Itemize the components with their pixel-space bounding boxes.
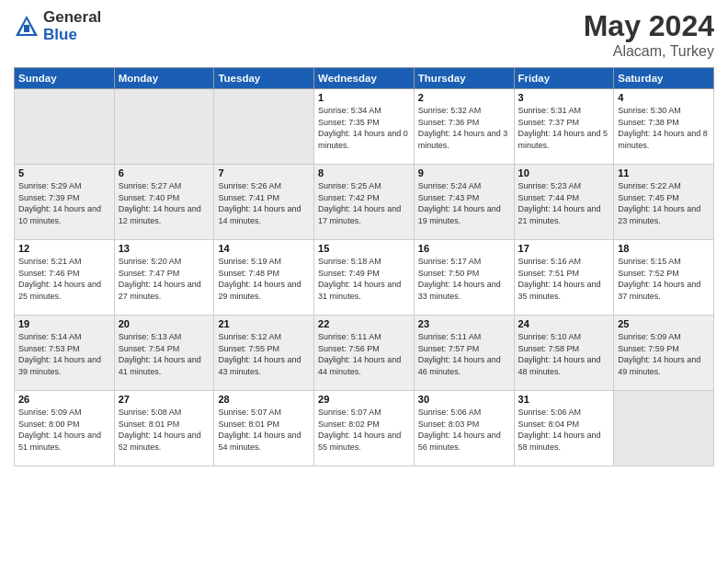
daylight-9: Daylight: 14 hours and 19 minutes. bbox=[418, 204, 501, 225]
day-info-26: Sunrise: 5:09 AMSunset: 8:00 PMDaylight:… bbox=[18, 407, 110, 453]
day-info-12: Sunrise: 5:21 AMSunset: 7:46 PMDaylight:… bbox=[18, 256, 110, 302]
sunset-31: Sunset: 8:04 PM bbox=[518, 419, 580, 429]
day-info-15: Sunrise: 5:18 AMSunset: 7:49 PMDaylight:… bbox=[318, 256, 410, 302]
day-number-7: 7 bbox=[218, 167, 310, 178]
sunset-16: Sunset: 7:50 PM bbox=[418, 269, 480, 278]
day-cell-5: 5Sunrise: 5:29 AMSunset: 7:39 PMDaylight… bbox=[15, 165, 115, 240]
day-cell-1: 1Sunrise: 5:34 AMSunset: 7:35 PMDaylight… bbox=[314, 89, 415, 165]
day-number-3: 3 bbox=[518, 92, 610, 103]
day-number-31: 31 bbox=[518, 394, 610, 405]
col-friday: Friday bbox=[514, 68, 614, 89]
daylight-6: Daylight: 14 hours and 12 minutes. bbox=[119, 204, 201, 225]
day-number-17: 17 bbox=[518, 243, 610, 254]
logo-icon bbox=[14, 14, 40, 40]
week-row-2: 5Sunrise: 5:29 AMSunset: 7:39 PMDaylight… bbox=[15, 165, 714, 240]
sunrise-5: Sunrise: 5:29 AM bbox=[18, 181, 82, 190]
day-number-15: 15 bbox=[318, 243, 410, 254]
day-cell-8: 8Sunrise: 5:25 AMSunset: 7:42 PMDaylight… bbox=[314, 165, 415, 240]
day-info-1: Sunrise: 5:34 AMSunset: 7:35 PMDaylight:… bbox=[318, 105, 410, 151]
day-cell-22: 22Sunrise: 5:11 AMSunset: 7:56 PMDayligh… bbox=[314, 316, 415, 391]
day-cell-20: 20Sunrise: 5:13 AMSunset: 7:54 PMDayligh… bbox=[114, 316, 214, 391]
daylight-19: Daylight: 14 hours and 39 minutes. bbox=[18, 355, 101, 376]
daylight-30: Daylight: 14 hours and 56 minutes. bbox=[418, 431, 501, 452]
week-row-5: 26Sunrise: 5:09 AMSunset: 8:00 PMDayligh… bbox=[15, 391, 714, 466]
day-info-31: Sunrise: 5:06 AMSunset: 8:04 PMDaylight:… bbox=[518, 407, 610, 453]
sunset-2: Sunset: 7:36 PM bbox=[418, 118, 480, 127]
day-info-17: Sunrise: 5:16 AMSunset: 7:51 PMDaylight:… bbox=[518, 256, 610, 302]
daylight-14: Daylight: 14 hours and 29 minutes. bbox=[218, 280, 301, 301]
day-cell-14: 14Sunrise: 5:19 AMSunset: 7:48 PMDayligh… bbox=[214, 240, 314, 316]
day-info-23: Sunrise: 5:11 AMSunset: 7:57 PMDaylight:… bbox=[418, 331, 510, 377]
day-number-9: 9 bbox=[418, 167, 510, 178]
day-info-11: Sunrise: 5:22 AMSunset: 7:45 PMDaylight:… bbox=[618, 180, 710, 226]
day-cell-27: 27Sunrise: 5:08 AMSunset: 8:01 PMDayligh… bbox=[114, 391, 214, 466]
sunrise-12: Sunrise: 5:21 AM bbox=[18, 257, 82, 266]
day-number-21: 21 bbox=[218, 318, 310, 329]
sunrise-23: Sunrise: 5:11 AM bbox=[418, 332, 482, 341]
day-info-5: Sunrise: 5:29 AMSunset: 7:39 PMDaylight:… bbox=[18, 180, 110, 226]
day-cell-13: 13Sunrise: 5:20 AMSunset: 7:47 PMDayligh… bbox=[114, 240, 214, 316]
sunset-11: Sunset: 7:45 PM bbox=[618, 193, 679, 202]
col-monday: Monday bbox=[114, 68, 214, 89]
day-cell-11: 11Sunrise: 5:22 AMSunset: 7:45 PMDayligh… bbox=[614, 165, 714, 240]
daylight-8: Daylight: 14 hours and 17 minutes. bbox=[318, 204, 401, 225]
day-info-14: Sunrise: 5:19 AMSunset: 7:48 PMDaylight:… bbox=[218, 256, 310, 302]
day-info-6: Sunrise: 5:27 AMSunset: 7:40 PMDaylight:… bbox=[119, 180, 210, 226]
sunset-6: Sunset: 7:40 PM bbox=[119, 193, 180, 202]
sunset-5: Sunset: 7:39 PM bbox=[18, 193, 80, 202]
day-number-13: 13 bbox=[119, 243, 210, 254]
day-number-12: 12 bbox=[18, 243, 110, 254]
sunset-7: Sunset: 7:41 PM bbox=[218, 193, 279, 202]
sunrise-29: Sunrise: 5:07 AM bbox=[318, 408, 381, 417]
sunrise-14: Sunrise: 5:19 AM bbox=[218, 257, 281, 266]
day-info-24: Sunrise: 5:10 AMSunset: 7:58 PMDaylight:… bbox=[518, 331, 610, 377]
day-info-25: Sunrise: 5:09 AMSunset: 7:59 PMDaylight:… bbox=[618, 331, 710, 377]
day-cell-18: 18Sunrise: 5:15 AMSunset: 7:52 PMDayligh… bbox=[614, 240, 714, 316]
day-number-18: 18 bbox=[618, 243, 710, 254]
col-saturday: Saturday bbox=[614, 68, 714, 89]
day-cell-19: 19Sunrise: 5:14 AMSunset: 7:53 PMDayligh… bbox=[15, 316, 115, 391]
day-info-30: Sunrise: 5:06 AMSunset: 8:03 PMDaylight:… bbox=[418, 407, 510, 453]
daylight-17: Daylight: 14 hours and 35 minutes. bbox=[518, 280, 601, 301]
sunrise-19: Sunrise: 5:14 AM bbox=[18, 332, 82, 341]
sunrise-31: Sunrise: 5:06 AM bbox=[518, 408, 582, 417]
sunset-28: Sunset: 8:01 PM bbox=[218, 419, 279, 429]
empty-cell bbox=[214, 89, 314, 165]
daylight-25: Daylight: 14 hours and 49 minutes. bbox=[618, 355, 700, 376]
daylight-4: Daylight: 14 hours and 8 minutes. bbox=[618, 129, 708, 150]
daylight-12: Daylight: 14 hours and 25 minutes. bbox=[18, 280, 101, 301]
daylight-18: Daylight: 14 hours and 37 minutes. bbox=[618, 280, 700, 301]
daylight-22: Daylight: 14 hours and 44 minutes. bbox=[318, 355, 401, 376]
col-tuesday: Tuesday bbox=[214, 68, 314, 89]
day-number-27: 27 bbox=[119, 394, 210, 405]
sunrise-13: Sunrise: 5:20 AM bbox=[119, 257, 182, 266]
daylight-13: Daylight: 14 hours and 27 minutes. bbox=[119, 280, 201, 301]
day-number-28: 28 bbox=[218, 394, 310, 405]
daylight-21: Daylight: 14 hours and 43 minutes. bbox=[218, 355, 301, 376]
day-number-29: 29 bbox=[318, 394, 410, 405]
sunrise-10: Sunrise: 5:23 AM bbox=[518, 181, 582, 190]
daylight-24: Daylight: 14 hours and 48 minutes. bbox=[518, 355, 601, 376]
sunset-8: Sunset: 7:42 PM bbox=[318, 193, 380, 202]
sunrise-21: Sunrise: 5:12 AM bbox=[218, 332, 281, 341]
day-number-26: 26 bbox=[18, 394, 110, 405]
daylight-3: Daylight: 14 hours and 5 minutes. bbox=[518, 129, 609, 150]
day-number-10: 10 bbox=[518, 167, 610, 178]
day-cell-24: 24Sunrise: 5:10 AMSunset: 7:58 PMDayligh… bbox=[514, 316, 614, 391]
day-number-1: 1 bbox=[318, 92, 410, 103]
col-wednesday: Wednesday bbox=[314, 68, 415, 89]
day-info-2: Sunrise: 5:32 AMSunset: 7:36 PMDaylight:… bbox=[418, 105, 510, 151]
day-number-2: 2 bbox=[418, 92, 510, 103]
daylight-11: Daylight: 14 hours and 23 minutes. bbox=[618, 204, 700, 225]
calendar-table: Sunday Monday Tuesday Wednesday Thursday… bbox=[14, 67, 714, 466]
daylight-28: Daylight: 14 hours and 54 minutes. bbox=[218, 431, 301, 452]
day-cell-28: 28Sunrise: 5:07 AMSunset: 8:01 PMDayligh… bbox=[214, 391, 314, 466]
sunrise-7: Sunrise: 5:26 AM bbox=[218, 181, 281, 190]
sunset-9: Sunset: 7:43 PM bbox=[418, 193, 480, 202]
daylight-10: Daylight: 14 hours and 21 minutes. bbox=[518, 204, 601, 225]
day-cell-26: 26Sunrise: 5:09 AMSunset: 8:00 PMDayligh… bbox=[15, 391, 115, 466]
sunrise-22: Sunrise: 5:11 AM bbox=[318, 332, 381, 341]
day-info-16: Sunrise: 5:17 AMSunset: 7:50 PMDaylight:… bbox=[418, 256, 510, 302]
day-cell-30: 30Sunrise: 5:06 AMSunset: 8:03 PMDayligh… bbox=[414, 391, 514, 466]
sunrise-24: Sunrise: 5:10 AM bbox=[518, 332, 582, 341]
